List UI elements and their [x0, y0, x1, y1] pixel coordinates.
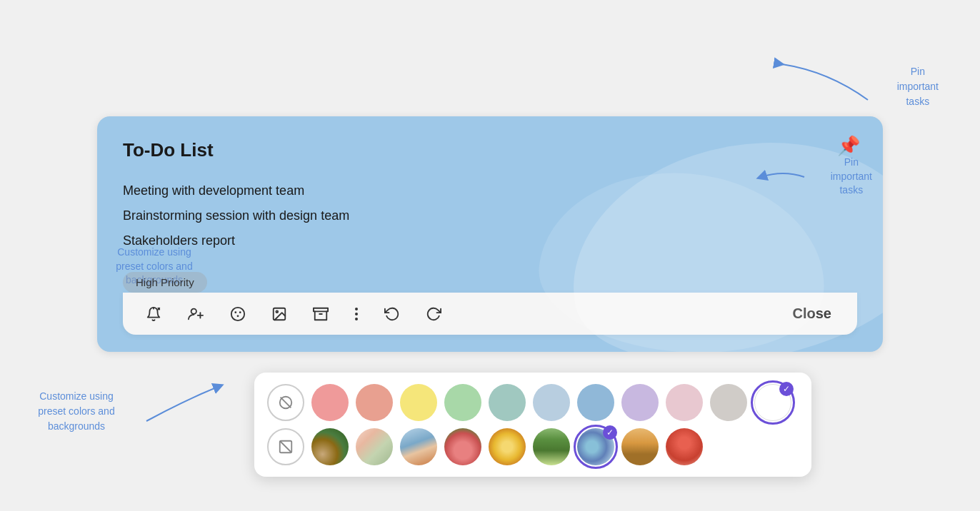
bg-floral[interactable] — [444, 428, 481, 465]
svg-line-17 — [281, 398, 291, 408]
color-flamingo[interactable] — [356, 384, 393, 421]
redo-icon[interactable] — [423, 303, 444, 325]
svg-point-14 — [355, 308, 358, 310]
bell-add-icon[interactable] — [143, 303, 164, 325]
color-basil[interactable] — [577, 384, 614, 421]
color-picker-popup: ✓ ✓ — [254, 373, 811, 477]
bg-ladder[interactable] — [621, 428, 659, 465]
color-white[interactable]: ✓ — [754, 384, 791, 421]
color-graphite[interactable] — [710, 384, 747, 421]
svg-point-15 — [355, 313, 358, 315]
color-row-backgrounds: ✓ — [267, 428, 799, 465]
svg-line-2 — [158, 308, 159, 309]
main-container: 📌 To-Do List Meeting with development te… — [97, 116, 883, 352]
svg-point-3 — [191, 308, 196, 313]
svg-point-6 — [231, 307, 244, 320]
person-add-icon[interactable] — [184, 303, 207, 325]
todo-card: 📌 To-Do List Meeting with development te… — [97, 116, 883, 352]
svg-point-11 — [276, 310, 278, 313]
svg-rect-12 — [314, 308, 328, 311]
list-item: Meeting with development team — [123, 181, 857, 201]
pin-button[interactable]: 📌 — [834, 132, 863, 160]
list-item: Brainstorming session with design team — [123, 206, 857, 226]
selected-bg-checkmark: ✓ — [603, 425, 617, 440]
toolbar: Close — [123, 293, 857, 335]
archive-icon[interactable] — [310, 303, 331, 325]
svg-line-20 — [280, 441, 292, 453]
customize-annotation-text: Customize usingpreset colors andbackgrou… — [23, 389, 130, 434]
color-lavender[interactable] — [621, 384, 659, 421]
bg-firework[interactable] — [666, 428, 703, 465]
color-row-colors: ✓ — [267, 384, 799, 421]
bg-geometric[interactable] — [356, 428, 393, 465]
bg-landscape[interactable] — [400, 428, 437, 465]
card-title: To-Do List — [123, 139, 857, 161]
selected-checkmark: ✓ — [779, 382, 794, 396]
svg-point-9 — [237, 315, 239, 317]
bg-beach[interactable]: ✓ — [577, 428, 614, 465]
color-tomato[interactable] — [311, 384, 349, 421]
bg-balloon[interactable] — [489, 428, 526, 465]
color-sage[interactable] — [444, 384, 481, 421]
bg-forest[interactable] — [311, 428, 349, 465]
no-background-button[interactable] — [267, 428, 304, 465]
pin-icon: 📌 — [837, 135, 860, 156]
no-color-button[interactable] — [267, 384, 304, 421]
color-banana[interactable] — [400, 384, 437, 421]
color-teal[interactable] — [489, 384, 526, 421]
pin-annotation-text: Pinimportanttasks — [897, 64, 939, 109]
bg-trees[interactable] — [533, 428, 570, 465]
close-button[interactable]: Close — [787, 303, 837, 325]
image-icon[interactable] — [269, 303, 290, 325]
color-denim[interactable] — [533, 384, 570, 421]
task-list: Meeting with development team Brainstorm… — [123, 181, 857, 251]
svg-point-16 — [355, 318, 358, 320]
palette-icon[interactable] — [227, 303, 249, 325]
color-blush[interactable] — [666, 384, 703, 421]
priority-tag: High Priority — [123, 272, 207, 293]
svg-point-8 — [239, 311, 241, 313]
more-options-icon[interactable] — [351, 303, 361, 325]
undo-icon[interactable] — [381, 303, 403, 325]
svg-point-7 — [234, 311, 236, 313]
list-item: Stakeholders report — [123, 231, 857, 251]
